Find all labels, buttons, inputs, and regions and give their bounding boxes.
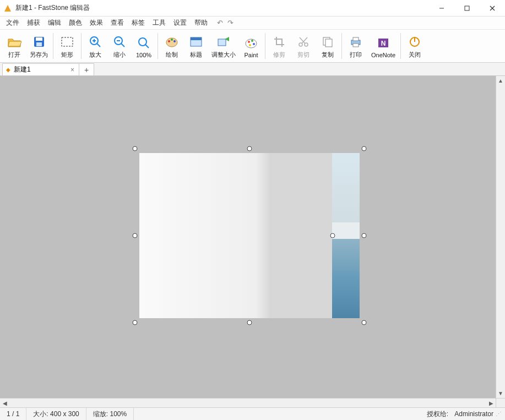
svg-point-21 (173, 40, 176, 42)
menu-tools[interactable]: 工具 (149, 17, 170, 29)
zoom-out-button[interactable]: 缩小 (107, 30, 132, 62)
workspace[interactable]: ▲ ▼ ◀ ▶ (0, 76, 505, 407)
horizontal-scrollbar[interactable]: ◀ ▶ (0, 398, 496, 407)
new-tab-button[interactable]: + (79, 63, 94, 75)
paint-button[interactable]: Paint (239, 30, 263, 62)
canvas-region (332, 153, 360, 318)
floppy-icon (32, 34, 46, 50)
scissors-icon (297, 34, 309, 50)
svg-rect-35 (325, 39, 332, 47)
palette-icon (165, 34, 178, 50)
menu-edit[interactable]: 编辑 (44, 17, 65, 29)
app-icon (3, 4, 12, 13)
selection-handle[interactable] (133, 146, 138, 151)
svg-text:N: N (381, 40, 386, 47)
status-bar: 1 / 1 大小: 400 x 300 缩放: 100% 授权给: Admini… (0, 407, 505, 420)
scroll-left-icon[interactable]: ◀ (0, 399, 9, 407)
rect-select-button[interactable]: 矩形 (55, 30, 79, 62)
open-button[interactable]: 打开 (2, 30, 26, 62)
tab-close-button[interactable]: × (69, 66, 75, 74)
svg-point-27 (251, 40, 253, 42)
scroll-up-icon[interactable]: ▲ (496, 76, 505, 85)
svg-rect-38 (353, 43, 359, 47)
copy-icon (322, 34, 334, 50)
zoom-in-button[interactable]: 放大 (83, 30, 107, 62)
status-size: 大小: 400 x 300 (26, 408, 86, 420)
svg-rect-2 (465, 6, 469, 10)
undo-icon[interactable]: ↶ (217, 19, 223, 27)
menu-capture[interactable]: 捕获 (23, 17, 44, 29)
redo-icon[interactable]: ↷ (227, 19, 234, 27)
svg-marker-0 (4, 5, 11, 12)
menu-settings[interactable]: 设置 (170, 17, 191, 29)
minimize-button[interactable] (429, 0, 454, 16)
draw-button[interactable]: 绘制 (160, 30, 184, 62)
power-icon (409, 34, 421, 50)
resize-icon (217, 34, 230, 50)
save-as-button[interactable]: 另存为 (26, 30, 51, 62)
scroll-right-icon[interactable]: ▶ (486, 399, 496, 407)
svg-point-19 (168, 40, 170, 42)
menu-help[interactable]: 帮助 (191, 17, 211, 29)
menu-tag[interactable]: 标签 (128, 17, 149, 29)
mspaint-icon (245, 35, 258, 51)
folder-open-icon (7, 34, 21, 50)
scroll-corner (496, 398, 505, 407)
crop-icon (273, 34, 285, 50)
marquee-icon (61, 34, 73, 50)
menu-view[interactable]: 查看 (107, 17, 128, 29)
selection-handle[interactable] (247, 146, 252, 151)
svg-line-10 (97, 43, 100, 47)
status-zoom: 缩放: 100% (86, 408, 134, 420)
toolbar: 打开 另存为 矩形 放大 缩小 100% 绘制 (0, 30, 505, 63)
menu-bar: 文件 捕获 编辑 颜色 效果 查看 标签 工具 设置 帮助 ↶ ↷ (0, 17, 505, 30)
print-button[interactable]: 打印 (344, 30, 368, 62)
tab-active[interactable]: ◆ 新建1 × (2, 63, 79, 75)
menu-file[interactable]: 文件 (2, 17, 23, 29)
printer-icon (349, 34, 362, 50)
cut-button[interactable]: 剪切 (291, 30, 316, 62)
svg-rect-24 (218, 39, 226, 46)
selection-handle[interactable] (330, 233, 335, 238)
resize-grip-icon[interactable]: ⋰ (496, 411, 501, 418)
status-page: 1 / 1 (0, 408, 26, 420)
scroll-down-icon[interactable]: ▼ (496, 389, 505, 398)
svg-point-20 (171, 39, 173, 41)
maximize-button[interactable] (454, 0, 480, 16)
selection-handle[interactable] (247, 320, 252, 325)
svg-point-16 (139, 38, 146, 46)
svg-point-29 (249, 44, 251, 46)
svg-line-14 (121, 43, 124, 47)
selection-handle[interactable] (362, 146, 367, 151)
selection-handle[interactable] (133, 233, 138, 238)
zoom-100-icon (137, 35, 150, 51)
zoom-in-icon (89, 34, 102, 50)
selection-handle[interactable] (133, 320, 138, 325)
copy-button[interactable]: 复制 (316, 30, 340, 62)
svg-rect-37 (353, 37, 359, 41)
vertical-scrollbar[interactable]: ▲ ▼ (496, 76, 505, 398)
status-auth: 授权给: Administrator ⋰ (422, 410, 505, 419)
svg-rect-6 (36, 37, 42, 41)
canvas[interactable] (139, 153, 360, 318)
selection-handle[interactable] (362, 320, 367, 325)
close-window-button[interactable] (480, 0, 505, 16)
zoom-out-icon (113, 34, 126, 50)
svg-point-28 (253, 43, 255, 45)
svg-point-25 (246, 39, 257, 48)
tab-strip: ◆ 新建1 × + (0, 63, 505, 76)
menu-effect[interactable]: 效果 (86, 17, 107, 29)
canvas-region (271, 153, 332, 318)
resize-button[interactable]: 调整大小 (208, 30, 239, 62)
zoom-100-button[interactable]: 100% (132, 30, 156, 62)
svg-rect-7 (36, 42, 42, 46)
window-title: 新建1 - FastStone 编辑器 (15, 3, 429, 13)
selection-handle[interactable] (362, 233, 367, 238)
canvas-region (139, 153, 255, 318)
menu-color[interactable]: 颜色 (65, 17, 86, 29)
caption-button[interactable]: 标题 (184, 30, 208, 62)
onenote-icon: N (377, 35, 389, 51)
onenote-button[interactable]: N OneNote (368, 30, 399, 62)
crop-button[interactable]: 修剪 (267, 30, 291, 62)
close-button[interactable]: 关闭 (403, 30, 427, 62)
